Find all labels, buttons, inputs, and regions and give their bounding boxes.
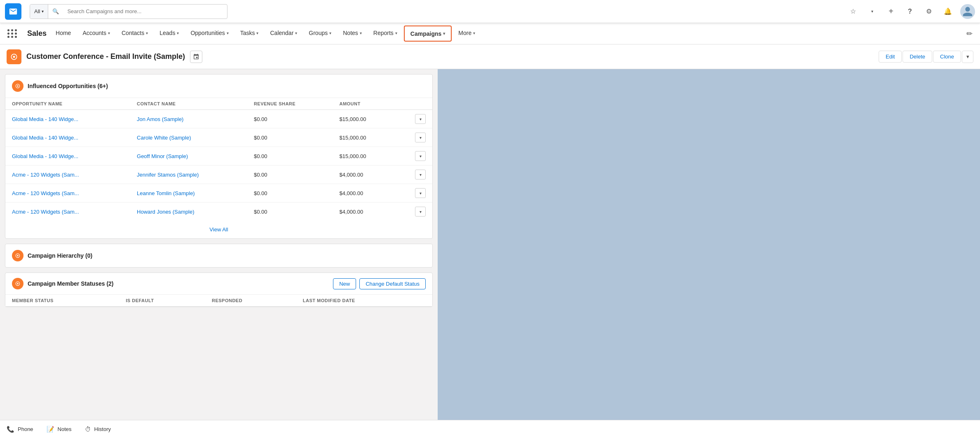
opp-name-link[interactable]: Acme - 120 Widgets (Sam... <box>12 209 79 215</box>
record-actions-dropdown[interactable]: ▾ <box>962 51 973 63</box>
nav-more[interactable]: More ▾ <box>452 23 481 44</box>
hierarchy-button[interactable] <box>190 51 202 63</box>
opp-name-cell: Global Media - 140 Widge... <box>5 110 130 128</box>
contacts-chevron-icon: ▾ <box>146 31 148 35</box>
clone-button[interactable]: Clone <box>933 51 961 63</box>
notes-label: Notes <box>58 426 72 432</box>
history-bar-item[interactable]: ⏱ History <box>85 426 111 433</box>
row-dropdown-button[interactable]: ▾ <box>415 133 426 142</box>
nav-contacts[interactable]: Contacts ▾ <box>116 23 154 44</box>
add-button[interactable]: + <box>884 5 898 18</box>
grid-icon <box>7 29 17 38</box>
contact-name-cell: Jon Amos (Sample) <box>130 110 247 128</box>
app-menu-button[interactable] <box>3 23 21 44</box>
row-dropdown-button[interactable]: ▾ <box>415 151 426 161</box>
contact-name-cell: Howard Jones (Sample) <box>130 203 247 221</box>
app-logo[interactable] <box>5 3 21 20</box>
accounts-chevron-icon: ▾ <box>108 31 110 35</box>
new-member-status-button[interactable]: New <box>333 278 356 289</box>
nav-home[interactable]: Home <box>50 23 77 44</box>
amount-cell: $15,000.00 <box>333 147 395 165</box>
search-input[interactable] <box>63 8 227 14</box>
row-dropdown-button[interactable]: ▾ <box>415 114 426 124</box>
change-default-status-button[interactable]: Change Default Status <box>359 278 426 289</box>
contact-name-cell: Carole White (Sample) <box>130 128 247 147</box>
revenue-share-cell: $0.00 <box>247 203 333 221</box>
row-dropdown-button[interactable]: ▾ <box>415 207 426 217</box>
nav-accounts[interactable]: Accounts ▾ <box>77 23 116 44</box>
row-dropdown-button[interactable]: ▾ <box>415 170 426 179</box>
left-panel: Influenced Opportunities (6+) OPPORTUNIT… <box>0 69 438 420</box>
amount-cell: $15,000.00 <box>333 128 395 147</box>
user-avatar[interactable] <box>960 4 975 19</box>
revenue-share-cell: $0.00 <box>247 147 333 165</box>
nav-calendar[interactable]: Calendar ▾ <box>264 23 303 44</box>
delete-button[interactable]: Delete <box>903 51 932 63</box>
member-statuses-icon <box>12 278 23 289</box>
nav-tasks[interactable]: Tasks ▾ <box>234 23 265 44</box>
contact-name-link[interactable]: Geoff Minor (Sample) <box>137 153 188 159</box>
opp-name-link[interactable]: Acme - 120 Widgets (Sam... <box>12 172 79 178</box>
table-row: Global Media - 140 Widge... Carole White… <box>5 128 432 147</box>
member-statuses-actions: New Change Default Status <box>333 278 426 289</box>
app-name-label: Sales <box>24 23 50 44</box>
record-title: Customer Conference - Email Invite (Samp… <box>26 52 185 61</box>
row-action-cell: ▾ <box>395 128 432 147</box>
nav-notes[interactable]: Notes ▾ <box>337 23 368 44</box>
groups-chevron-icon: ▾ <box>329 31 331 35</box>
record-header: Customer Conference - Email Invite (Samp… <box>0 44 980 69</box>
favorites-button[interactable]: ☆ <box>846 5 860 18</box>
revenue-share-cell: $0.00 <box>247 110 333 128</box>
phone-label: Phone <box>18 426 33 432</box>
opp-name-link[interactable]: Global Media - 140 Widge... <box>12 153 78 159</box>
view-all-link[interactable]: View All <box>209 226 228 233</box>
opp-name-link[interactable]: Acme - 120 Widgets (Sam... <box>12 190 79 196</box>
contact-name-link[interactable]: Jon Amos (Sample) <box>137 116 183 122</box>
opp-name-cell: Acme - 120 Widgets (Sam... <box>5 184 130 203</box>
view-all-row: View All <box>5 221 432 238</box>
contact-name-link[interactable]: Carole White (Sample) <box>137 135 191 141</box>
bottom-bar: 📞 Phone 📝 Notes ⏱ History <box>0 420 980 438</box>
row-dropdown-button[interactable]: ▾ <box>415 188 426 198</box>
card-header-influenced: Influenced Opportunities (6+) <box>5 75 432 98</box>
card-header-hierarchy: Campaign Hierarchy (0) <box>5 244 432 267</box>
nav-leads[interactable]: Leads ▾ <box>154 23 185 44</box>
col-revenue-share: REVENUE SHARE <box>247 98 333 110</box>
row-action-cell: ▾ <box>395 165 432 184</box>
setup-button[interactable]: ⚙ <box>922 5 935 18</box>
calendar-chevron-icon: ▾ <box>295 31 297 35</box>
nav-reports[interactable]: Reports ▾ <box>368 23 403 44</box>
contact-name-cell: Leanne Tomlin (Sample) <box>130 184 247 203</box>
opp-name-link[interactable]: Global Media - 140 Widge... <box>12 135 78 141</box>
search-all-button[interactable]: All ▾ <box>30 5 48 19</box>
search-chevron-icon: ▾ <box>42 9 44 14</box>
nav-edit-button[interactable]: ✏ <box>962 23 977 44</box>
phone-icon: 📞 <box>7 426 14 433</box>
opportunities-chevron-icon: ▾ <box>227 31 229 35</box>
campaign-hierarchy-icon <box>12 250 23 261</box>
member-statuses-card: Campaign Member Statuses (2) New Change … <box>5 273 433 307</box>
favorites-dropdown-button[interactable]: ▾ <box>865 5 879 18</box>
nav-campaigns[interactable]: Campaigns ▾ <box>404 26 452 42</box>
nav-bar: Sales Home Accounts ▾ Contacts ▾ Leads ▾… <box>0 23 980 44</box>
edit-button[interactable]: Edit <box>879 51 902 63</box>
main-content: Influenced Opportunities (6+) OPPORTUNIT… <box>0 69 980 420</box>
contact-name-link[interactable]: Leanne Tomlin (Sample) <box>137 190 195 196</box>
phone-bar-item[interactable]: 📞 Phone <box>7 426 33 433</box>
contact-name-link[interactable]: Howard Jones (Sample) <box>137 209 194 215</box>
opp-name-link[interactable]: Global Media - 140 Widge... <box>12 116 78 122</box>
right-panel <box>438 69 980 420</box>
search-all-label: All <box>34 8 40 14</box>
amount-cell: $4,000.00 <box>333 184 395 203</box>
help-button[interactable]: ? <box>903 5 917 18</box>
nav-items: Home Accounts ▾ Contacts ▾ Leads ▾ Oppor… <box>50 23 962 44</box>
nav-groups[interactable]: Groups ▾ <box>303 23 337 44</box>
row-action-cell: ▾ <box>395 203 432 221</box>
influenced-opportunities-table: OPPORTUNITY NAME CONTACT NAME REVENUE SH… <box>5 98 432 221</box>
row-action-cell: ▾ <box>395 147 432 165</box>
notifications-button[interactable]: 🔔 <box>941 5 954 18</box>
nav-opportunities[interactable]: Opportunities ▾ <box>185 23 234 44</box>
notes-bar-item[interactable]: 📝 Notes <box>47 426 72 433</box>
contact-name-link[interactable]: Jennifer Stamos (Sample) <box>137 172 199 178</box>
reports-chevron-icon: ▾ <box>395 31 397 35</box>
